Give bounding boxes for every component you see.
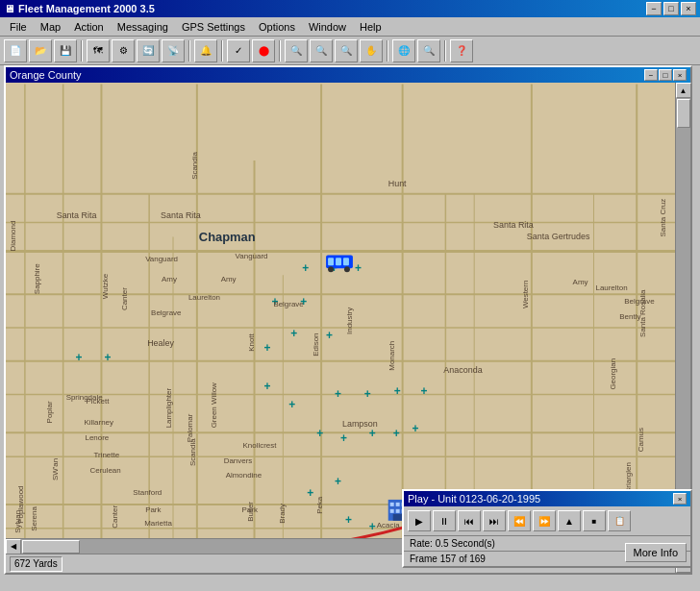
svg-text:Wutzke: Wutzke xyxy=(101,273,110,299)
app-window-controls: − □ × xyxy=(646,2,696,15)
svg-text:Butler: Butler xyxy=(246,502,255,522)
toolbar-pan[interactable]: ✋ xyxy=(360,39,383,62)
rewind-button[interactable]: ⏪ xyxy=(508,510,531,531)
fast-forward-button[interactable]: ⏩ xyxy=(533,510,556,531)
scroll-thumb-horizontal[interactable] xyxy=(22,540,80,554)
svg-text:Vanguard: Vanguard xyxy=(236,252,268,260)
svg-text:Lampson: Lampson xyxy=(342,419,378,429)
toolbar-stop[interactable]: ⬤ xyxy=(252,39,275,62)
map-window-close[interactable]: × xyxy=(673,69,687,81)
map-window-title-text: Orange County xyxy=(10,69,82,81)
record-button[interactable]: ■ xyxy=(583,510,606,531)
toolbar-help[interactable]: ❓ xyxy=(450,39,473,62)
svg-text:Santa Rosalia: Santa Rosalia xyxy=(638,289,647,337)
svg-text:Canter: Canter xyxy=(111,505,119,529)
svg-text:Acacia: Acacia xyxy=(377,521,400,529)
rate-label: Rate: 0.5 Second(s) xyxy=(410,538,495,549)
svg-text:Hunt: Hunt xyxy=(388,179,407,188)
svg-text:Marietta: Marietta xyxy=(144,519,172,528)
menu-options[interactable]: Options xyxy=(253,18,301,36)
svg-text:Santa Gertrudes: Santa Gertrudes xyxy=(527,232,590,241)
svg-rect-63 xyxy=(390,509,394,513)
svg-text:Monarch: Monarch xyxy=(388,341,396,371)
clipboard-button[interactable]: 📋 xyxy=(608,510,631,531)
next-button[interactable]: ⏭ xyxy=(483,510,506,531)
svg-text:+: + xyxy=(355,261,362,275)
svg-text:Canter: Canter xyxy=(120,287,129,310)
toolbar-zoom-fit[interactable]: 🔍 xyxy=(335,39,358,62)
svg-point-57 xyxy=(328,266,334,272)
toolbar-globe[interactable]: 🌐 xyxy=(392,39,415,62)
play-panel-title-bar: Play - Unit 0123-06-20-1995 × xyxy=(404,491,690,506)
map-svg: + + + + + + + + + + + + + + + + + + xyxy=(6,83,675,554)
map-window-minimize[interactable]: − xyxy=(644,69,658,81)
map-content[interactable]: + + + + + + + + + + + + + + + + + + xyxy=(6,83,675,554)
svg-text:Anaconda: Anaconda xyxy=(443,365,482,375)
svg-text:Industry: Industry xyxy=(345,308,354,334)
svg-text:Cerulean: Cerulean xyxy=(89,466,120,475)
svg-text:+: + xyxy=(412,422,419,435)
svg-text:Santa Cruz: Santa Cruz xyxy=(659,199,667,237)
toolbar-find[interactable]: 🔍 xyxy=(417,39,440,62)
more-info-button[interactable]: More Info xyxy=(625,543,687,562)
pause-button[interactable]: ⏸ xyxy=(433,510,456,531)
map-window-maximize[interactable]: □ xyxy=(659,69,672,81)
svg-text:+: + xyxy=(335,475,341,488)
play-button[interactable]: ▶ xyxy=(408,510,431,531)
svg-text:+: + xyxy=(421,384,428,398)
toolbar-refresh[interactable]: 🔄 xyxy=(137,39,160,62)
close-button[interactable]: × xyxy=(681,2,696,15)
svg-text:Santa Rita: Santa Rita xyxy=(493,220,534,230)
menu-help[interactable]: Help xyxy=(354,18,388,36)
menu-messaging[interactable]: Messaging xyxy=(112,18,174,36)
toolbar-separator-1 xyxy=(81,40,83,62)
toolbar-save[interactable]: 💾 xyxy=(54,39,77,62)
svg-text:Lamplighter: Lamplighter xyxy=(164,388,173,429)
play-panel-title-text: Play - Unit 0123-06-20-1995 xyxy=(408,493,540,505)
play-panel-close[interactable]: × xyxy=(673,493,687,505)
svg-text:+: + xyxy=(288,398,295,411)
svg-text:Amy: Amy xyxy=(221,275,237,283)
toolbar-zoom-out[interactable]: 🔍 xyxy=(310,39,333,62)
play-panel-frame-row: Frame 157 of 169 More Info xyxy=(404,551,690,566)
toolbar-settings[interactable]: ⚙ xyxy=(112,39,135,62)
toolbar-separator-2 xyxy=(188,40,190,62)
toolbar-zoom-in[interactable]: 🔍 xyxy=(285,39,308,62)
toolbar-map[interactable]: 🗺 xyxy=(87,39,110,62)
up-button[interactable]: ▲ xyxy=(558,510,581,531)
svg-text:Amy: Amy xyxy=(162,275,177,283)
prev-button[interactable]: ⏮ xyxy=(458,510,481,531)
scroll-left-arrow[interactable]: ◀ xyxy=(6,539,21,554)
app-title-bar: 🖥 Fleet Management 2000 3.5 − □ × xyxy=(0,0,700,17)
svg-rect-54 xyxy=(328,258,334,265)
svg-rect-61 xyxy=(396,503,400,506)
svg-text:Chapman: Chapman xyxy=(199,230,256,244)
scale-indicator: 672 Yards xyxy=(10,556,62,572)
toolbar-gps[interactable]: 📡 xyxy=(162,39,185,62)
svg-text:Almondine: Almondine xyxy=(226,471,262,480)
svg-text:+: + xyxy=(263,341,270,355)
svg-text:Sapphire: Sapphire xyxy=(33,263,41,294)
menu-map[interactable]: Map xyxy=(35,18,66,36)
svg-text:Lenore: Lenore xyxy=(86,433,110,442)
scroll-thumb-vertical[interactable] xyxy=(677,99,690,128)
svg-text:+: + xyxy=(76,351,83,364)
svg-text:+: + xyxy=(263,380,270,393)
toolbar-open[interactable]: 📂 xyxy=(29,39,52,62)
svg-text:Pickett: Pickett xyxy=(87,397,111,406)
menu-gps-settings[interactable]: GPS Settings xyxy=(176,18,251,36)
svg-text:Poplar: Poplar xyxy=(45,401,54,423)
toolbar-alarm[interactable]: 🔔 xyxy=(194,39,217,62)
menu-window[interactable]: Window xyxy=(303,18,352,36)
svg-text:Santa Rita: Santa Rita xyxy=(57,210,97,220)
toolbar-new[interactable]: 📄 xyxy=(4,39,27,62)
menu-file[interactable]: File xyxy=(4,18,33,36)
svg-text:+: + xyxy=(364,387,371,401)
scroll-up-arrow[interactable]: ▲ xyxy=(676,83,691,98)
toolbar-separator-5 xyxy=(387,40,388,62)
toolbar-check[interactable]: ✓ xyxy=(227,39,250,62)
svg-text:Peka: Peka xyxy=(315,496,324,514)
maximize-button[interactable]: □ xyxy=(663,2,679,15)
minimize-button[interactable]: − xyxy=(646,2,662,15)
menu-action[interactable]: Action xyxy=(68,18,110,36)
